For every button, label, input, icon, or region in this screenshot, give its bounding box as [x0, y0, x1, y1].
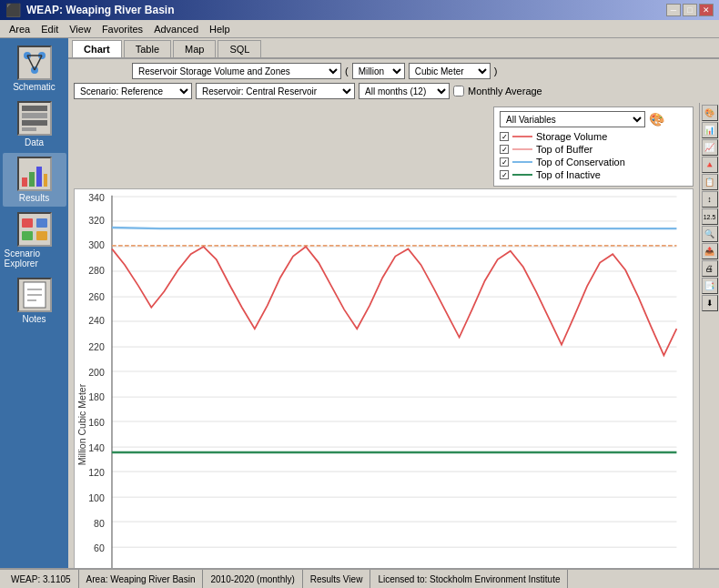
- sidebar-item-results[interactable]: Results: [3, 153, 66, 207]
- reservoir-select[interactable]: Reservoir: Central Reservoir: [196, 83, 355, 99]
- rt-btn-search[interactable]: 🔍: [702, 226, 718, 242]
- svg-text:140: 140: [88, 442, 105, 453]
- minimize-button[interactable]: ─: [666, 4, 681, 16]
- status-license: Licensed to: Stockholm Environment Insti…: [370, 570, 568, 588]
- main-layout: Schematic Data: [0, 38, 719, 568]
- results-icon: [17, 157, 52, 191]
- sidebar-item-data[interactable]: Data: [3, 97, 66, 151]
- chart-toolbar: Reservoir Storage Volume and Zones ( Mil…: [68, 59, 719, 103]
- rt-btn-down[interactable]: ⬇: [702, 295, 718, 311]
- title-bar-text: WEAP: Weaping River Basin: [26, 4, 174, 16]
- svg-text:160: 160: [88, 417, 105, 428]
- sidebar-item-schematic[interactable]: Schematic: [3, 42, 66, 96]
- svg-text:240: 240: [88, 316, 105, 327]
- rt-btn-clipboard[interactable]: 📋: [702, 174, 718, 190]
- months-select[interactable]: All months (12): [359, 83, 450, 99]
- svg-text:100: 100: [88, 492, 105, 503]
- menu-advanced[interactable]: Advanced: [148, 23, 204, 35]
- svg-rect-8: [22, 120, 47, 126]
- unit1-select[interactable]: Million: [352, 63, 405, 79]
- menu-help[interactable]: Help: [204, 23, 236, 35]
- rt-btn-triangle[interactable]: 🔺: [702, 157, 718, 173]
- rt-btn-chart-type[interactable]: 📊: [702, 122, 718, 138]
- legend-header: All Variables 🎨: [500, 111, 687, 127]
- legend-label-conservation: Top of Conservation: [536, 157, 625, 167]
- title-bar: ⬛ WEAP: Weaping River Basin ─ □ ✕: [0, 0, 719, 20]
- menu-area[interactable]: Area: [4, 23, 35, 35]
- tab-table[interactable]: Table: [124, 40, 171, 57]
- window-controls: ─ □ ✕: [666, 4, 714, 16]
- chart-title-select[interactable]: Reservoir Storage Volume and Zones: [132, 63, 341, 79]
- maximize-button[interactable]: □: [683, 4, 697, 16]
- schematic-icon: [17, 46, 52, 80]
- menu-view[interactable]: View: [64, 23, 96, 35]
- legend-label-buffer: Top of Buffer: [536, 144, 592, 155]
- scenario-select[interactable]: Scenario: Reference: [74, 83, 192, 99]
- legend-line-storage: [512, 136, 532, 137]
- svg-text:80: 80: [94, 518, 105, 529]
- status-bar: WEAP: 3.1105 Area: Weaping River Basin 2…: [0, 568, 719, 588]
- legend-line-inactive: [512, 174, 532, 176]
- legend-palette-icon[interactable]: 🎨: [649, 112, 664, 127]
- svg-rect-9: [22, 127, 36, 131]
- tab-map[interactable]: Map: [173, 40, 216, 57]
- sidebar: Schematic Data: [0, 38, 68, 568]
- sidebar-item-notes[interactable]: Notes: [3, 274, 66, 328]
- rt-btn-print[interactable]: 🖨: [702, 260, 718, 277]
- svg-text:260: 260: [88, 291, 105, 302]
- svg-line-4: [27, 56, 35, 70]
- unit-paren-close: ): [494, 66, 498, 76]
- content-area: Chart Table Map SQL Reservoir Storage Vo…: [68, 38, 719, 568]
- rt-btn-pages[interactable]: 📑: [702, 278, 718, 294]
- results-label: Results: [19, 193, 49, 203]
- legend-line-buffer: [512, 148, 532, 150]
- svg-text:220: 220: [88, 341, 105, 352]
- legend-check-conservation[interactable]: ✓: [500, 157, 509, 167]
- legend-check-inactive[interactable]: ✓: [500, 170, 509, 179]
- legend-check-storage[interactable]: ✓: [500, 132, 509, 141]
- svg-text:120: 120: [88, 467, 105, 478]
- rt-btn-sort[interactable]: ↕: [702, 191, 718, 208]
- rt-btn-line[interactable]: 📈: [702, 139, 718, 156]
- sidebar-item-scenario-explorer[interactable]: Scenario Explorer: [3, 208, 66, 272]
- svg-rect-14: [22, 218, 33, 228]
- svg-rect-13: [44, 174, 47, 187]
- legend-item-buffer: ✓ Top of Buffer: [500, 144, 687, 155]
- svg-text:Million Cubic Meter: Million Cubic Meter: [76, 383, 87, 465]
- svg-rect-16: [22, 231, 33, 240]
- legend-item-storage: ✓ Storage Volume: [500, 131, 687, 142]
- scenario-explorer-icon: [17, 212, 52, 247]
- rt-btn-export[interactable]: 📤: [702, 243, 718, 259]
- data-label: Data: [25, 137, 44, 147]
- svg-rect-12: [36, 167, 42, 187]
- legend-label-inactive: Top of Inactive: [536, 169, 601, 180]
- svg-rect-6: [22, 106, 47, 111]
- tab-sql[interactable]: SQL: [218, 40, 261, 57]
- scenario-explorer-label: Scenario Explorer: [5, 248, 65, 269]
- status-area: Area: Weaping River Basin: [79, 570, 204, 588]
- rt-btn-palette[interactable]: 🎨: [702, 105, 718, 121]
- monthly-average-checkbox[interactable]: [453, 86, 464, 96]
- all-variables-select[interactable]: All Variables: [500, 111, 645, 127]
- menu-favorites[interactable]: Favorites: [96, 23, 148, 35]
- notes-label: Notes: [22, 314, 46, 324]
- close-button[interactable]: ✕: [699, 4, 714, 16]
- legend-check-buffer[interactable]: ✓: [500, 145, 509, 154]
- rt-btn-numbers[interactable]: 12.5: [702, 208, 718, 225]
- menu-edit[interactable]: Edit: [35, 23, 64, 35]
- status-view: Results View: [303, 570, 371, 588]
- svg-text:320: 320: [88, 215, 105, 226]
- svg-text:340: 340: [88, 192, 105, 203]
- svg-text:280: 280: [88, 265, 105, 276]
- data-icon: [17, 101, 52, 136]
- unit2-select[interactable]: Cubic Meter: [409, 63, 491, 79]
- app-icon: ⬛: [5, 3, 21, 17]
- svg-rect-11: [29, 172, 35, 187]
- monthly-average-label: Monthly Average: [468, 86, 542, 96]
- svg-text:200: 200: [88, 367, 105, 378]
- tab-chart[interactable]: Chart: [72, 40, 122, 57]
- svg-text:180: 180: [88, 391, 105, 402]
- tab-bar: Chart Table Map SQL: [68, 38, 719, 59]
- svg-rect-7: [22, 113, 47, 118]
- status-period: 2010-2020 (monthly): [203, 570, 302, 588]
